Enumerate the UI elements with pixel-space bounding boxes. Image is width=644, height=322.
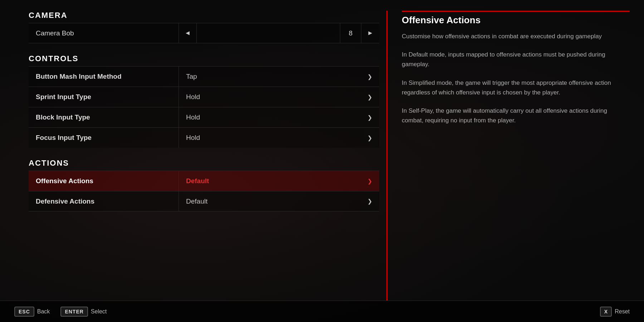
defensive-actions-chevron: ❯: [367, 198, 372, 205]
offensive-actions-row[interactable]: Offensive Actions Default ❯: [29, 171, 379, 191]
offensive-actions-value-container: Default ❯: [179, 171, 379, 191]
block-input-value-container: Hold ❯: [179, 107, 379, 127]
sprint-input-value: Hold: [186, 93, 200, 101]
button-mash-row[interactable]: Button Mash Input Method Tap ❯: [29, 66, 379, 87]
bottom-bar: ESC Back ENTER Select X Reset: [0, 301, 644, 322]
back-hint: ESC Back: [14, 307, 50, 317]
esc-key-badge: ESC: [14, 307, 34, 317]
block-input-value: Hold: [186, 113, 200, 121]
camera-bob-decrement[interactable]: ◄: [179, 23, 197, 43]
offensive-actions-value: Default: [186, 177, 209, 185]
offensive-actions-chevron: ❯: [367, 178, 372, 185]
camera-bob-label: Camera Bob: [29, 23, 179, 43]
detail-paragraph-4: In Self-Play, the game will automaticall…: [402, 106, 630, 125]
controls-section-header: CONTROLS: [29, 54, 379, 63]
button-mash-label: Button Mash Input Method: [29, 67, 179, 87]
focus-input-value-container: Hold ❯: [179, 128, 379, 148]
focus-input-row[interactable]: Focus Input Type Hold ❯: [29, 127, 379, 148]
left-panel: CAMERA Camera Bob ◄ 8 ► CONTROLS Button …: [29, 11, 386, 301]
block-input-chevron: ❯: [367, 114, 372, 121]
controls-spacer: [29, 43, 379, 54]
camera-section-header: CAMERA: [29, 11, 379, 20]
button-mash-chevron: ❯: [367, 73, 372, 80]
focus-input-value: Hold: [186, 134, 200, 142]
back-label: Back: [37, 308, 50, 315]
camera-bob-increment[interactable]: ►: [361, 23, 379, 43]
defensive-actions-label: Defensive Actions: [29, 191, 179, 211]
camera-bob-stepper: ◄ 8 ►: [179, 23, 379, 43]
detail-paragraph-1: Customise how offensive actions in comba…: [402, 31, 630, 41]
reset-label: Reset: [615, 308, 630, 315]
defensive-actions-row[interactable]: Defensive Actions Default ❯: [29, 191, 379, 211]
sprint-input-chevron: ❯: [367, 94, 372, 101]
reset-button[interactable]: X Reset: [600, 307, 630, 317]
camera-bob-value: 8: [340, 23, 361, 43]
x-key-badge: X: [600, 307, 612, 317]
main-content: CAMERA Camera Bob ◄ 8 ► CONTROLS Button …: [0, 0, 644, 301]
camera-bob-row: Camera Bob ◄ 8 ►: [29, 23, 379, 43]
select-label: Select: [91, 308, 107, 315]
panel-separator: [402, 11, 630, 12]
offensive-actions-label: Offensive Actions: [29, 171, 179, 191]
button-mash-value-container: Tap ❯: [179, 67, 379, 87]
right-panel: Offensive Actions Customise how offensiv…: [386, 11, 644, 301]
block-input-label: Block Input Type: [29, 107, 179, 127]
detail-paragraph-3: In Simplified mode, the game will trigge…: [402, 78, 630, 97]
sprint-input-row[interactable]: Sprint Input Type Hold ❯: [29, 87, 379, 107]
actions-section-header: ACTIONS: [29, 158, 379, 168]
block-input-row[interactable]: Block Input Type Hold ❯: [29, 107, 379, 127]
bottom-controls-left: ESC Back ENTER Select: [14, 307, 107, 317]
detail-title: Offensive Actions: [402, 13, 630, 26]
enter-key-badge: ENTER: [60, 307, 88, 317]
sprint-input-label: Sprint Input Type: [29, 87, 179, 107]
actions-spacer: [29, 148, 379, 158]
focus-input-chevron: ❯: [367, 135, 372, 141]
defensive-actions-value: Default: [186, 197, 208, 205]
camera-bob-bar: [197, 23, 340, 43]
select-hint: ENTER Select: [60, 307, 107, 317]
focus-input-label: Focus Input Type: [29, 128, 179, 148]
defensive-actions-value-container: Default ❯: [179, 191, 379, 211]
button-mash-value: Tap: [186, 73, 197, 80]
sprint-input-value-container: Hold ❯: [179, 87, 379, 107]
detail-paragraph-2: In Default mode, inputs mapped to offens…: [402, 50, 630, 69]
